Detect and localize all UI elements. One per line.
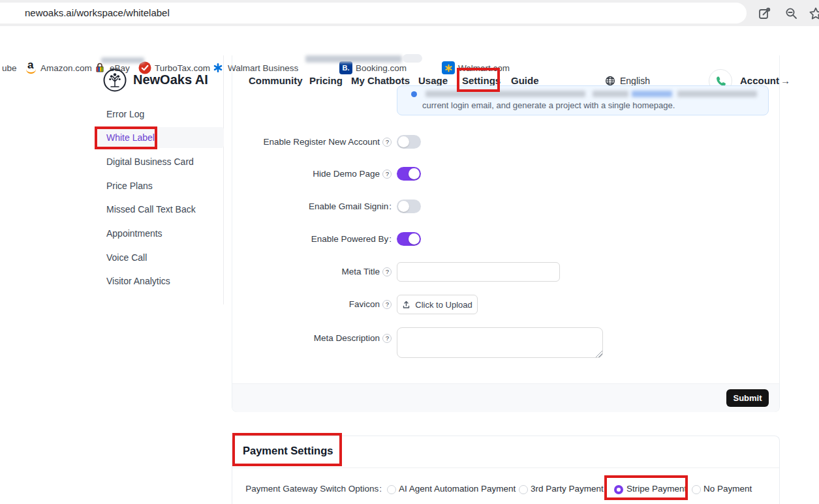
redacted-info-text-1 [425,91,585,97]
favicon-upload-button[interactable]: Click to Upload [397,295,478,314]
sidebar-item-appointments[interactable]: Appointments [106,228,162,239]
label-meta-description: Meta Description [196,333,392,343]
redacted-sidebar-text [101,57,144,63]
sidebar-item-missed-call-text-back[interactable]: Missed Call Text Back [106,204,196,215]
sidebar-item-white-label[interactable]: White Label [106,132,155,143]
radio-label-no-payment[interactable]: No Payment [703,484,752,494]
language-selector[interactable]: English [620,76,650,86]
toggle-enable-gmail-signin[interactable] [397,200,421,213]
toggle-knob [409,233,420,245]
redacted-info-text-2 [593,91,628,97]
label-hide-demo-page: Hide Demo Page [196,169,392,179]
help-icon[interactable] [382,138,392,147]
help-icon[interactable] [382,170,392,179]
radio-ai-agent-automation-payment[interactable] [387,485,396,494]
radio-label-ai-agent-automation-payment[interactable]: AI Agent Automation Payment [399,484,516,494]
submit-button[interactable]: Submit [726,389,769,407]
redacted-cutoff-label [305,55,402,63]
label-enable-powered-by: Enable Powered By [196,234,392,244]
amazon-icon: a [25,61,38,74]
bookmark-amazon[interactable]: Amazon.com [40,63,92,73]
browser-top-bar: newoaks.ai/workspace/whitelabel [0,0,819,26]
toggle-knob [398,136,409,147]
url-text[interactable]: newoaks.ai/workspace/whitelabel [25,7,170,18]
zoom-icon[interactable] [784,6,799,22]
sidebar-item-voice-call[interactable]: Voice Call [106,252,147,263]
account-arrow-icon: → [780,75,790,86]
info-banner-text: current login email, and generate a proj… [422,100,675,110]
redacted-info-text-3 [677,91,757,97]
textarea-resize-handle[interactable] [596,351,602,357]
toggle-hide-demo-page[interactable] [397,167,421,181]
bookmark-youtube[interactable]: ube [2,63,17,73]
nav-guide[interactable]: Guide [511,75,539,86]
toggle-knob [409,168,420,179]
favorite-star-icon[interactable] [808,6,819,22]
nav-settings[interactable]: Settings [462,75,501,86]
help-icon[interactable] [382,300,392,309]
label-meta-title: Meta Title [196,267,392,276]
globe-icon [605,76,615,86]
help-icon[interactable] [382,267,392,276]
nav-community[interactable]: Community [249,75,303,86]
info-icon [411,91,417,97]
nav-pricing[interactable]: Pricing [309,75,343,86]
radio-no-payment[interactable] [692,485,701,494]
payment-settings-title: Payment Settings [243,445,333,457]
nav-usage[interactable]: Usage [418,75,448,86]
newoaks-logo-icon [102,68,127,93]
toggle-enable-powered-by[interactable] [397,232,421,246]
help-icon[interactable] [382,334,392,343]
sidebar-item-visitor-analytics[interactable]: Visitor Analytics [106,276,170,286]
sidebar-item-error-log[interactable]: Error Log [106,109,144,119]
label-payment-gateway-switch-options: Payment Gateway Switch Options [186,484,382,494]
radio-label-3rd-party-payment[interactable]: 3rd Party Payment [531,484,604,494]
page-canvas: newoaks.ai/workspace/whitelabel ube a [0,0,819,504]
meta-title-input[interactable] [397,262,560,282]
brand-title: NewOaks AI [133,72,208,87]
label-enable-register-new-account: Enable Register New Account [196,137,392,147]
bookmarks-bar: ube a Amazon.com eBay TurboTax.com [0,26,819,55]
cutoff-toggle [403,54,422,63]
sidebar-item-digital-business-card[interactable]: Digital Business Card [106,156,194,167]
radio-label-stripe-payment[interactable]: Stripe Payment [626,484,687,494]
redacted-info-link [632,91,672,97]
toggle-enable-register-new-account[interactable] [397,135,421,149]
upload-icon [402,301,410,309]
account-link[interactable]: Account [740,75,779,86]
form-footer-bar [232,383,779,412]
payment-header-divider [232,467,779,468]
meta-description-textarea[interactable] [397,327,603,358]
radio-stripe-payment[interactable] [614,485,623,494]
label-enable-gmail-signin: Enable Gmail Signin [196,201,392,211]
sidebar-item-price-plans[interactable]: Price Plans [106,181,153,191]
radio-3rd-party-payment[interactable] [519,485,528,494]
toggle-knob [398,201,409,212]
label-favicon: Favicon [196,299,392,309]
share-icon[interactable] [757,6,773,22]
nav-my-chatbots[interactable]: My Chatbots [351,75,410,86]
